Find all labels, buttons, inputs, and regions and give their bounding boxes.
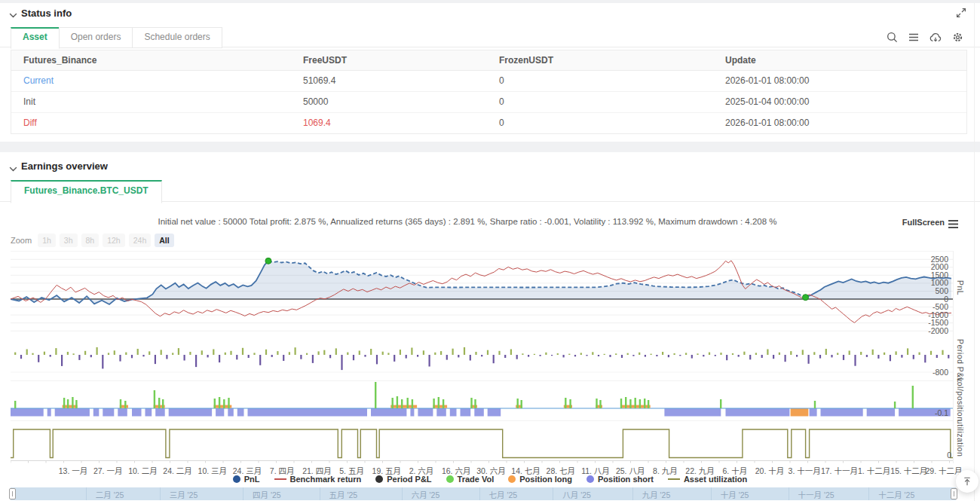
- chart-context-menu-icon[interactable]: [948, 218, 959, 228]
- legend-item-pnl[interactable]: PnL: [233, 475, 260, 484]
- column-header: FreeUSDT: [291, 50, 487, 70]
- settings-icon[interactable]: [952, 32, 963, 43]
- vol-position-chart[interactable]: -0.1: [11, 380, 953, 421]
- navigator-label: 七月 '25: [489, 489, 518, 500]
- legend-label: Benchmark return: [290, 475, 362, 484]
- legend-dot-icon: [233, 475, 240, 483]
- section-title-status-info: Status info: [21, 8, 72, 19]
- cloud-download-icon[interactable]: [929, 32, 942, 43]
- zoom-buttons: 1h3h8h12h24hAll: [38, 234, 178, 247]
- zoom-24h[interactable]: 24h: [129, 234, 152, 247]
- x-axis-labels: 13. 一月27. 一月10. 二月24. 二月10. 三月24. 三月7. 四…: [0, 465, 980, 475]
- tab-asset[interactable]: Asset: [11, 27, 60, 49]
- row-label: Init: [11, 92, 291, 112]
- legend-item-asset-utilization[interactable]: Asset utilization: [668, 475, 747, 484]
- legend-line-icon: [274, 478, 286, 480]
- chart-stats-summary: Initial net value : 50000 Total profit: …: [45, 217, 890, 226]
- fullscreen-button[interactable]: FullScreen: [902, 218, 945, 227]
- navigator-handle-left[interactable]: [9, 488, 16, 499]
- table-cell: 2025-01-04 00:00:00: [713, 92, 966, 112]
- navigator-gridline: [868, 487, 869, 500]
- row-label[interactable]: Current: [11, 71, 291, 91]
- back-to-top-button[interactable]: [956, 470, 978, 493]
- expand-icon[interactable]: [956, 8, 966, 18]
- svg-text:-2000: -2000: [928, 326, 948, 335]
- navigator-label: 十一月 '25: [798, 489, 835, 500]
- zoom-label: Zoom: [11, 236, 32, 245]
- asset-table: Futures_BinanceFreeUSDTFrozenUSDTUpdate …: [11, 50, 967, 134]
- status-tabs: AssetOpen ordersSchedule orders: [11, 27, 222, 49]
- column-header: FrozenUSDT: [487, 50, 713, 70]
- navigator-label: 九月 '25: [642, 489, 671, 500]
- chart-legend: PnLBenchmark returnPeriod P&LTrade VolPo…: [0, 475, 980, 484]
- legend-label: PnL: [244, 475, 260, 484]
- axis-title-vol-position: vol/position: [954, 377, 965, 422]
- zoom-controls: Zoom 1h3h8h12h24hAll: [11, 234, 178, 247]
- table-body: Current51069.402026-01-01 08:00:00Init50…: [11, 71, 966, 133]
- section-separator: [0, 142, 980, 152]
- row-label: Diff: [11, 113, 291, 133]
- legend-item-position-short[interactable]: Position short: [586, 475, 654, 484]
- pnl-chart[interactable]: 25002000150010005000-500-1000-1500-2000: [11, 251, 953, 345]
- legend-line-icon: [668, 478, 680, 480]
- period-pnl-chart[interactable]: -800: [11, 345, 953, 378]
- page-edge-divider: [974, 3, 975, 501]
- navigator-label: 五月 '25: [329, 489, 358, 500]
- column-header: Futures_Binance: [11, 50, 291, 70]
- chart-navigator[interactable]: 二月 '25三月 '25四月 '25五月 '25六月 '25七月 '25八月 '…: [11, 487, 956, 500]
- zoom-3h[interactable]: 3h: [60, 234, 78, 247]
- table-row: Init5000002025-01-04 00:00:00: [11, 92, 966, 113]
- menu-icon[interactable]: [908, 32, 919, 42]
- section-title-earnings-overview: Earnings overview: [21, 160, 108, 172]
- legend-item-position-long[interactable]: Position long: [508, 475, 572, 484]
- page-background-strip: [0, 0, 980, 3]
- app-root: Status info AssetOpen ordersSchedule ord…: [0, 0, 980, 504]
- tab-open-orders[interactable]: Open orders: [59, 27, 133, 48]
- table-toolbar: [887, 32, 963, 43]
- navigator-label: 十二月 '25: [878, 489, 914, 500]
- zoom-8h[interactable]: 8h: [81, 234, 100, 247]
- axis-title-utilization: utilization: [954, 420, 965, 457]
- zoom-all[interactable]: All: [155, 234, 173, 247]
- tab-schedule-orders[interactable]: Schedule orders: [132, 27, 222, 48]
- navigator-gridline: [789, 487, 789, 500]
- svg-text:-0.1: -0.1: [935, 408, 948, 417]
- legend-label: Position long: [519, 475, 572, 484]
- navigator-gridline: [479, 487, 480, 500]
- search-icon[interactable]: [887, 32, 898, 43]
- utilization-chart[interactable]: 0: [11, 422, 953, 463]
- zoom-12h[interactable]: 12h: [103, 234, 125, 247]
- navigator-label: 十月 '25: [721, 489, 749, 500]
- table-row: Diff1069.402026-01-01 08:00:00: [11, 113, 966, 133]
- table-cell: 0: [487, 113, 713, 133]
- navigator-label: 八月 '25: [562, 489, 591, 500]
- navigator-gridline: [553, 487, 553, 500]
- plot-border: [953, 251, 954, 463]
- legend-dot-icon: [375, 475, 383, 483]
- table-cell: 0: [487, 71, 713, 91]
- legend-dot-icon: [508, 475, 516, 483]
- table-cell: 51069.4: [291, 71, 487, 91]
- tab-futures-binance-btc-usdt[interactable]: Futures_Binance.BTC_USDT: [11, 180, 162, 203]
- svg-text:0: 0: [947, 451, 951, 460]
- legend-dot-icon: [446, 475, 454, 483]
- legend-item-trade-vol[interactable]: Trade Vol: [446, 475, 495, 484]
- navigator-label: 三月 '25: [170, 489, 198, 500]
- navigator-gridline: [402, 487, 403, 500]
- legend-item-period-p-l[interactable]: Period P&L: [375, 475, 431, 484]
- table-cell: 1069.4: [291, 113, 487, 133]
- legend-label: Position short: [598, 475, 654, 484]
- navigator-gridline: [632, 487, 633, 500]
- navigator-label: 二月 '25: [96, 489, 124, 500]
- navigator-gridline: [320, 487, 320, 500]
- navigator-gridline: [86, 487, 87, 500]
- chevron-down-icon[interactable]: [9, 9, 18, 18]
- legend-item-benchmark-return[interactable]: Benchmark return: [274, 475, 362, 484]
- navigator-label: 六月 '25: [412, 489, 440, 500]
- navigator-gridline: [711, 487, 712, 500]
- axis-title-pnl: PnL: [954, 280, 965, 295]
- chevron-down-icon[interactable]: [9, 163, 18, 172]
- table-row: Current51069.402026-01-01 08:00:00: [11, 71, 966, 92]
- zoom-1h[interactable]: 1h: [38, 234, 56, 247]
- navigator-handle-right[interactable]: [951, 488, 957, 499]
